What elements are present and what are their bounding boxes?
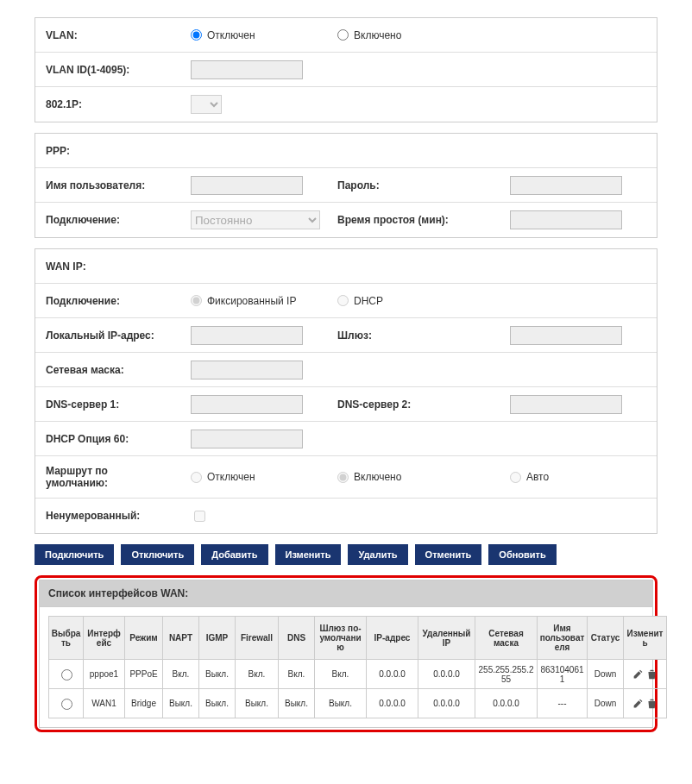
cell-gw: Выкл.: [315, 689, 367, 718]
th-iface: Интерфейс: [84, 617, 125, 660]
cell-iface: pppoe1: [84, 660, 125, 689]
ppp-conn-select[interactable]: Постоянно: [191, 210, 320, 229]
cell-status: Down: [588, 689, 624, 718]
cell-ip: 0.0.0.0: [367, 689, 418, 718]
refresh-button[interactable]: Обновить: [488, 544, 556, 565]
cell-remote: 0.0.0.0: [418, 660, 475, 689]
wanip-dhcp-text: DHCP: [354, 295, 383, 307]
cell-firewall: Вкл.: [236, 660, 279, 689]
cell-mode: Bridge: [125, 689, 163, 718]
wan-list-highlight: Список интерфейсов WAN: Выбрать Интерфей…: [35, 575, 657, 732]
cell-status: Down: [588, 660, 624, 689]
vlan-on-radio[interactable]: [337, 29, 349, 41]
th-igmp: IGMP: [199, 617, 236, 660]
th-remote: Удаленный IP: [418, 617, 475, 660]
wanip-unnum-check[interactable]: [194, 511, 205, 522]
th-edit: Изменить: [624, 617, 667, 660]
cell-dns: Выкл.: [279, 689, 315, 718]
th-status: Статус: [588, 617, 624, 660]
page: VLAN: Отключен Включено VLAN ID(1-4095):…: [0, 0, 692, 784]
table-row: pppoe1PPPoEВкл.Выкл.Вкл.Вкл.Вкл.0.0.0.00…: [49, 660, 667, 689]
ppp-user-label: Имя пользователя:: [35, 171, 182, 200]
ppp-idle-label: Время простоя (мин):: [329, 207, 501, 233]
cell-user: ---: [538, 689, 588, 718]
wanip-unnum-label: Ненумерованный:: [35, 501, 182, 530]
vlan-label: VLAN:: [35, 21, 182, 50]
ppp-idle-input[interactable]: [510, 210, 622, 229]
wanip-gw-label: Шлюз:: [329, 323, 501, 348]
vlan-id-label: VLAN ID(1-4095):: [35, 55, 182, 85]
wan-list-title: Список интерфейсов WAN:: [39, 580, 653, 607]
cell-user: 8631040611: [538, 660, 588, 689]
ppp-user-input[interactable]: [191, 176, 303, 195]
trash-icon[interactable]: [646, 698, 658, 710]
wanip-fixed-radio[interactable]: [191, 295, 202, 306]
cancel-button[interactable]: Отменить: [415, 544, 482, 565]
vlan-p-select[interactable]: [191, 95, 222, 114]
wanip-route-off-radio[interactable]: [191, 472, 202, 483]
th-mode: Режим: [125, 617, 163, 660]
wanip-route-label: Маршрут по умолчанию:: [35, 456, 182, 498]
cell-gw: Вкл.: [315, 660, 367, 689]
cell-ip: 0.0.0.0: [367, 660, 418, 689]
vlan-id-input[interactable]: [191, 60, 303, 79]
th-firewall: Firewall: [236, 617, 279, 660]
disconnect-button[interactable]: Отключить: [121, 544, 194, 565]
ppp-label: PPP:: [35, 136, 182, 166]
vlan-on-text: Включено: [354, 29, 401, 41]
cell-remote: 0.0.0.0: [418, 689, 475, 718]
vlan-off-radio[interactable]: [191, 29, 202, 41]
wanip-gw-input[interactable]: [510, 326, 622, 345]
edit-button[interactable]: Изменить: [275, 544, 342, 565]
cell-mask: 255.255.255.255: [475, 660, 538, 689]
table-row: WAN1BridgeВыкл.Выкл.Выкл.Выкл.Выкл.0.0.0…: [49, 689, 667, 718]
ppp-section: PPP: Имя пользователя: Пароль: Подключен…: [35, 133, 657, 238]
wanip-dns1-input[interactable]: [191, 395, 303, 414]
add-button[interactable]: Добавить: [201, 544, 267, 565]
wanip-route-on-radio[interactable]: [337, 472, 349, 483]
wanip-dns2-input[interactable]: [510, 395, 622, 414]
pencil-icon[interactable]: [632, 698, 644, 710]
th-napt: NAPT: [163, 617, 199, 660]
th-mask: Сетевая маска: [475, 617, 538, 660]
wanip-dns1-label: DNS-сервер 1:: [35, 390, 182, 419]
ppp-pass-label: Пароль:: [329, 172, 501, 198]
wanip-dhcp-radio[interactable]: [337, 295, 349, 306]
trash-icon[interactable]: [646, 668, 658, 681]
th-user: Имя пользователя: [538, 617, 588, 660]
wanip-route-off-text: Отключен: [207, 471, 255, 483]
wanip-mask-label: Сетевая маска:: [35, 355, 182, 385]
vlan-off-text: Отключен: [207, 29, 255, 41]
cell-mode: PPPoE: [125, 660, 163, 689]
th-ip: IP-адрес: [367, 617, 418, 660]
wanip-localip-input[interactable]: [191, 326, 303, 345]
delete-button[interactable]: Удалить: [348, 544, 407, 565]
cell-igmp: Выкл.: [199, 660, 236, 689]
cell-napt: Выкл.: [163, 689, 199, 718]
row-select-radio[interactable]: [61, 669, 72, 681]
pencil-icon[interactable]: [632, 668, 644, 681]
vlan-p-label: 802.1P:: [35, 90, 182, 119]
wanip-label: WAN IP:: [35, 252, 182, 281]
vlan-section: VLAN: Отключен Включено VLAN ID(1-4095):…: [35, 17, 657, 122]
wanip-dns2-label: DNS-сервер 2:: [329, 392, 501, 417]
cell-iface: WAN1: [84, 689, 125, 718]
wanip-localip-label: Локальный IP-адрес:: [35, 321, 182, 350]
th-dns: DNS: [279, 617, 315, 660]
cell-dns: Вкл.: [279, 660, 315, 689]
wan-list-table: Выбрать Интерфейс Режим NAPT IGMP Firewa…: [48, 616, 667, 718]
ppp-pass-input[interactable]: [510, 176, 622, 195]
wanip-mask-input[interactable]: [191, 361, 303, 379]
row-select-radio[interactable]: [61, 699, 72, 710]
cell-igmp: Выкл.: [199, 689, 236, 718]
wanip-route-auto-radio[interactable]: [510, 472, 521, 483]
th-select: Выбрать: [49, 617, 84, 660]
button-row: Подключить Отключить Добавить Изменить У…: [35, 544, 657, 565]
wanip-dhcp60-input[interactable]: [191, 430, 303, 448]
wanip-fixed-text: Фиксированный IP: [207, 295, 296, 307]
connect-button[interactable]: Подключить: [35, 544, 114, 565]
cell-mask: 0.0.0.0: [475, 689, 538, 718]
cell-firewall: Выкл.: [236, 689, 279, 718]
ppp-conn-label: Подключение:: [35, 205, 182, 235]
wanip-conn-label: Подключение:: [35, 286, 182, 316]
